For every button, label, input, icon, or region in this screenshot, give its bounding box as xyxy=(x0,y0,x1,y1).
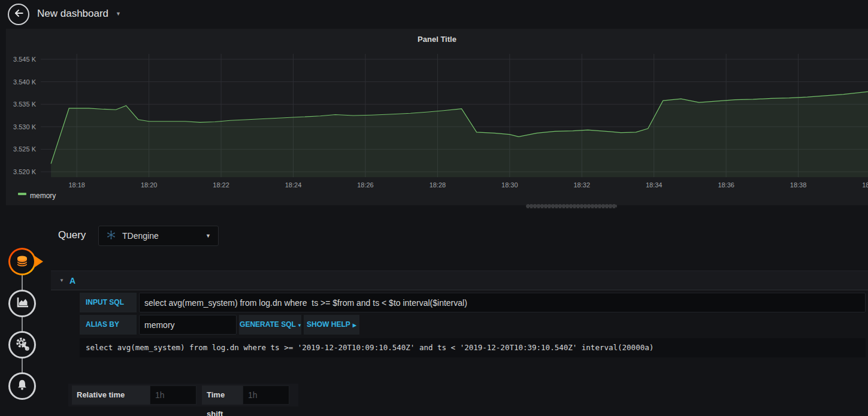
tab-alert[interactable] xyxy=(8,372,36,400)
query-row-header[interactable]: ▼ A xyxy=(51,271,868,290)
show-help-button[interactable]: SHOW HELP▶ xyxy=(304,315,359,335)
tab-rail-line xyxy=(22,262,23,387)
svg-text:3.520 K: 3.520 K xyxy=(13,168,37,175)
bell-icon xyxy=(16,378,29,394)
svg-text:18:34: 18:34 xyxy=(646,181,663,189)
svg-text:18:28: 18:28 xyxy=(430,181,446,189)
panel-resize-handle[interactable] xyxy=(526,204,617,208)
time-shift-label: Time shift xyxy=(202,385,243,405)
datasource-picker[interactable]: TDengine ▼ xyxy=(98,226,219,246)
back-button[interactable] xyxy=(8,4,29,25)
arrow-left-icon xyxy=(13,7,25,22)
query-ref-id: A xyxy=(69,276,75,286)
svg-text:18:38: 18:38 xyxy=(790,181,807,189)
svg-text:18:36: 18:36 xyxy=(718,181,734,189)
database-icon xyxy=(10,250,34,274)
tab-visualization[interactable] xyxy=(8,290,36,317)
svg-text:18:24: 18:24 xyxy=(285,181,302,189)
time-shift-input[interactable] xyxy=(243,385,289,405)
chevron-down-icon[interactable]: ▼ xyxy=(116,11,121,17)
svg-text:3.530 K: 3.530 K xyxy=(13,123,37,130)
tab-general-settings[interactable] xyxy=(8,331,36,359)
alias-by-field[interactable] xyxy=(139,315,237,335)
datasource-name: TDengine xyxy=(122,231,159,241)
svg-text:3.540 K: 3.540 K xyxy=(13,78,37,86)
tdengine-logo-icon xyxy=(106,230,116,242)
svg-text:18:40: 18:40 xyxy=(862,181,868,189)
svg-text:3.525 K: 3.525 K xyxy=(13,145,37,153)
gear-wrench-icon xyxy=(15,336,30,354)
query-options-row: Relative time Time shift xyxy=(68,384,298,406)
svg-text:memory: memory xyxy=(30,192,56,200)
generated-sql-text: select avg(mem_system) from log.dn where… xyxy=(80,338,866,357)
relative-time-input[interactable] xyxy=(150,385,196,405)
alias-by-label: ALIAS BY xyxy=(80,315,137,335)
timeseries-chart[interactable]: 3.520 K3.525 K3.530 K3.535 K3.540 K3.545… xyxy=(6,29,868,205)
dashboard-title[interactable]: New dashboard xyxy=(37,8,108,20)
relative-time-label: Relative time xyxy=(72,385,150,405)
generate-sql-button[interactable]: GENERATE SQL▾ xyxy=(239,315,301,335)
graph-panel: Panel Title 3.520 K3.525 K3.530 K3.535 K… xyxy=(6,29,868,205)
svg-text:18:22: 18:22 xyxy=(213,181,229,189)
tab-queries[interactable] xyxy=(8,248,36,275)
svg-text:18:32: 18:32 xyxy=(574,181,591,189)
area-chart-icon xyxy=(15,295,29,312)
caret-down-icon: ▾ xyxy=(298,323,301,328)
grafana-panel-editor: New dashboard ▼ Panel Title 3.520 K3.525… xyxy=(0,0,868,416)
svg-text:18:26: 18:26 xyxy=(357,181,374,189)
svg-text:18:30: 18:30 xyxy=(501,181,518,189)
navbar: New dashboard ▼ xyxy=(0,0,868,29)
svg-text:18:20: 18:20 xyxy=(141,181,158,189)
svg-text:3.545 K: 3.545 K xyxy=(13,56,37,63)
chevron-down-icon: ▼ xyxy=(205,233,211,239)
query-section-label: Query xyxy=(58,229,86,241)
active-tab-pointer xyxy=(34,256,43,268)
svg-text:3.535 K: 3.535 K xyxy=(13,101,37,108)
collapse-caret-icon[interactable]: ▼ xyxy=(59,278,64,283)
input-sql-label: INPUT SQL xyxy=(80,293,137,312)
svg-text:18:18: 18:18 xyxy=(68,181,85,189)
input-sql-field[interactable] xyxy=(139,293,866,312)
caret-right-icon: ▶ xyxy=(353,323,356,328)
